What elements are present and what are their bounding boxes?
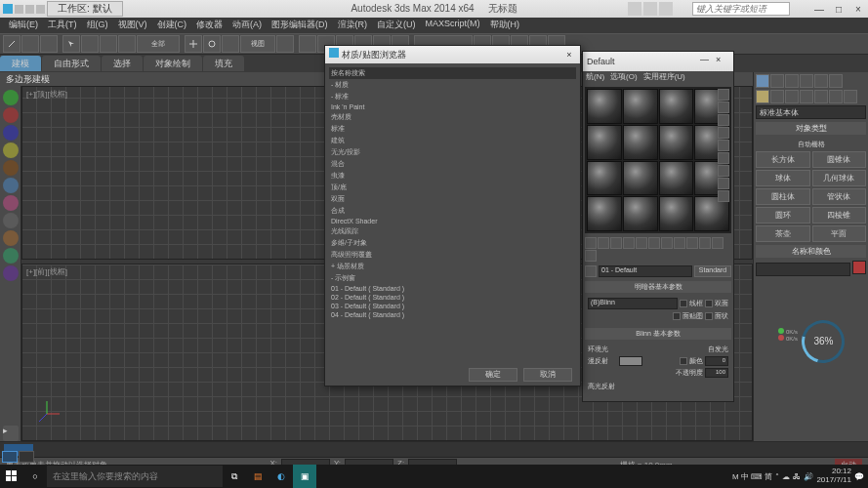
tree-item[interactable]: DirectX Shader: [329, 217, 576, 225]
material-tree[interactable]: 按名称搜索 - 材质 - 标准 Ink 'n Paint 壳材质 标准 建筑 无…: [325, 63, 580, 323]
nav-tool-icon-5[interactable]: [3, 195, 19, 211]
geometry-cat-icon[interactable]: [756, 90, 769, 103]
start-button[interactable]: [0, 465, 23, 488]
blinn-params-rollout[interactable]: Blinn 基本参数: [585, 328, 731, 340]
pivot-icon[interactable]: [276, 35, 294, 53]
tray-cloud-icon[interactable]: ☁: [782, 472, 790, 481]
refcoord-dropdown[interactable]: 视图: [240, 35, 275, 53]
med-menu-utilities[interactable]: 实用程序(U): [643, 71, 685, 85]
sample-slot[interactable]: [587, 125, 622, 160]
subcategory-dropdown[interactable]: 标准基本体: [756, 105, 866, 119]
name-color-rollout[interactable]: 名称和颜色: [756, 245, 866, 258]
taskbar-app-1[interactable]: ▤: [246, 465, 269, 488]
reset-map-icon[interactable]: [623, 237, 635, 249]
tree-item[interactable]: 建筑: [329, 135, 576, 146]
tree-item[interactable]: 无光/投影: [329, 146, 576, 158]
tree-item[interactable]: 02 - Default ( Standard ): [329, 293, 576, 302]
tree-item[interactable]: 壳材质: [329, 111, 576, 123]
sample-slot[interactable]: [659, 196, 694, 231]
maximize-button[interactable]: □: [829, 0, 848, 18]
sample-slot[interactable]: [659, 125, 694, 160]
window-crossing-icon[interactable]: [118, 35, 136, 53]
cameras-cat-icon[interactable]: [800, 90, 813, 103]
systems-cat-icon[interactable]: [844, 90, 857, 103]
tab-populate[interactable]: 填充: [203, 56, 244, 71]
put-to-library-icon[interactable]: [661, 237, 673, 249]
select-region-icon[interactable]: [100, 35, 117, 53]
infocenter-fav-icon[interactable]: [643, 2, 657, 16]
tray-up-icon[interactable]: ˄: [775, 472, 779, 481]
infocenter-search-input[interactable]: [692, 2, 790, 16]
nav-tool-icon[interactable]: [3, 125, 19, 141]
menu-create[interactable]: 创建(C): [152, 18, 192, 33]
make-copy-icon[interactable]: [636, 237, 647, 249]
sample-slot[interactable]: [623, 125, 658, 160]
shader-params-rollout[interactable]: 明暗器基本参数: [585, 281, 731, 293]
mat-id-icon[interactable]: [674, 237, 685, 249]
qat-undo-icon[interactable]: [15, 5, 23, 14]
tree-item[interactable]: 双面: [329, 193, 576, 205]
sample-slot[interactable]: [659, 161, 694, 196]
show-map-icon[interactable]: [686, 237, 698, 249]
taskbar-search-input[interactable]: 在这里输入你要搜索的内容: [47, 466, 223, 487]
material-browser-close-button[interactable]: ×: [562, 48, 576, 61]
shapes-cat-icon[interactable]: [770, 90, 784, 103]
tree-item[interactable]: 多维/子对象: [329, 237, 576, 249]
nav-tool-icon-4[interactable]: [3, 178, 19, 193]
viewport-layout-1[interactable]: [2, 451, 18, 463]
viewport-layout-2[interactable]: [19, 451, 34, 463]
twoside-checkbox[interactable]: [705, 300, 713, 307]
tree-item[interactable]: - 示例窗: [329, 272, 576, 284]
tree-item[interactable]: - 材质: [329, 79, 576, 91]
menu-modifiers[interactable]: 修改器: [191, 18, 227, 33]
notification-icon[interactable]: 💬: [854, 472, 864, 481]
object-name-input[interactable]: [756, 263, 850, 276]
filter-dropdown[interactable]: 全部: [137, 35, 180, 53]
sample-slot[interactable]: [587, 161, 622, 196]
tree-item[interactable]: 01 - Default ( Standard ): [329, 284, 576, 293]
tree-item[interactable]: + 场景材质: [329, 261, 576, 272]
select-icon[interactable]: [62, 35, 80, 53]
menu-grapheditors[interactable]: 图形编辑器(D): [267, 18, 333, 33]
tree-item[interactable]: Ink 'n Paint: [329, 102, 576, 111]
assign-to-sel-icon[interactable]: [610, 237, 622, 249]
taskbar-app-2[interactable]: ◐: [269, 465, 293, 488]
make-unique-icon[interactable]: [648, 237, 660, 249]
selfillum-spinner[interactable]: 0: [705, 356, 728, 366]
put-to-scene-icon[interactable]: [598, 237, 609, 249]
menu-customize[interactable]: 自定义(U): [372, 18, 421, 33]
nav-tool-icon-2[interactable]: [3, 142, 19, 158]
options-icon[interactable]: [718, 165, 729, 177]
modify-tab-icon[interactable]: [770, 74, 784, 88]
pyramid-button[interactable]: 四棱锥: [812, 207, 867, 224]
viewcube-icon[interactable]: [3, 107, 19, 123]
menu-view[interactable]: 视图(V): [113, 18, 152, 33]
menu-edit[interactable]: 编辑(E): [4, 18, 43, 33]
menu-group[interactable]: 组(G): [82, 18, 113, 33]
background-icon[interactable]: [718, 114, 729, 126]
autogrid-checkbox[interactable]: 自动栅格: [756, 138, 866, 151]
performance-widget[interactable]: 0K/s 0K/s 36%: [802, 320, 850, 369]
viewport-front-label[interactable]: [+][前][线框]: [26, 266, 67, 277]
rotate-icon[interactable]: [203, 35, 221, 53]
tree-item[interactable]: 04 - Default ( Standard ): [329, 310, 576, 319]
nav-tool-icon-9[interactable]: [3, 265, 19, 281]
space-warps-cat-icon[interactable]: [829, 90, 843, 103]
cylinder-button[interactable]: 圆柱体: [756, 188, 810, 205]
tree-search-field[interactable]: 按名称搜索: [329, 67, 576, 79]
tree-item[interactable]: - 标准: [329, 91, 576, 102]
opacity-spinner[interactable]: 100: [705, 368, 728, 378]
sample-slot[interactable]: [587, 89, 622, 124]
unlink-icon[interactable]: [21, 35, 39, 53]
facemap-checkbox[interactable]: [673, 312, 681, 320]
ok-button[interactable]: 确定: [469, 368, 517, 382]
bind-icon[interactable]: [40, 35, 58, 53]
show-end-icon[interactable]: [699, 237, 711, 249]
tab-freeform[interactable]: 自由形式: [42, 56, 101, 71]
tab-selection[interactable]: 选择: [102, 56, 143, 71]
color-checkbox[interactable]: [680, 357, 687, 365]
sample-slot[interactable]: [659, 89, 694, 124]
cone-button[interactable]: 圆锥体: [812, 151, 867, 168]
infocenter-help-icon[interactable]: [659, 2, 673, 16]
qat-link-icon[interactable]: [36, 5, 45, 14]
